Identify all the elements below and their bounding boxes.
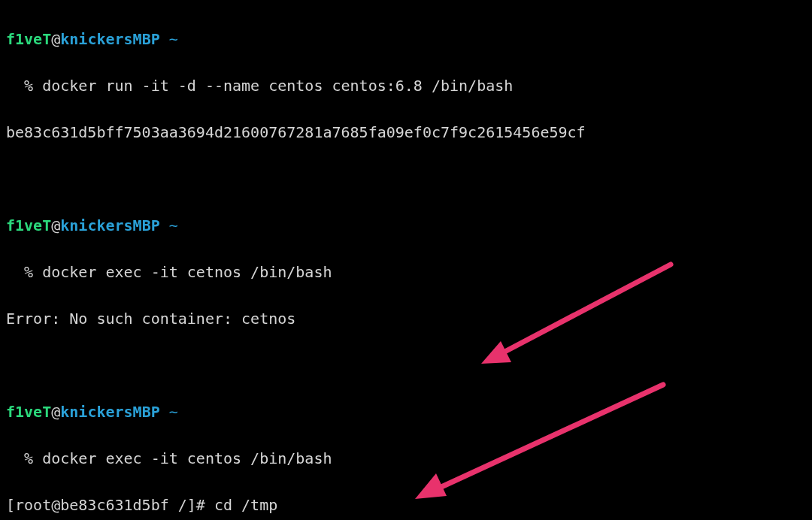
root-prompt-cd: [root@be83c631d5bf /]# cd /tmp	[6, 494, 809, 517]
prompt-percent: %	[6, 263, 42, 281]
prompt-path: ~	[160, 403, 178, 421]
prompt-user: f1veT	[6, 30, 51, 48]
terminal[interactable]: f1veT@knickersMBP ~ % docker run -it -d …	[0, 0, 812, 520]
prompt-at: @	[51, 216, 60, 234]
prompt-percent: %	[6, 77, 42, 95]
command-text: docker exec -it centos /bin/bash	[42, 449, 332, 467]
prompt-user: f1veT	[6, 216, 51, 234]
command-text: docker exec -it cetnos /bin/bash	[42, 263, 332, 281]
prompt-at: @	[51, 30, 60, 48]
output-container-id: be83c631d5bff7503aa3694d21600767281a7685…	[6, 121, 809, 144]
blank-line	[6, 354, 809, 377]
prompt-user: f1veT	[6, 403, 51, 421]
prompt-host: knickersMBP	[60, 216, 159, 234]
prompt-host: knickersMBP	[60, 403, 159, 421]
prompt-line-1: f1veT@knickersMBP ~	[6, 28, 809, 51]
prompt-host: knickersMBP	[60, 30, 159, 48]
prompt-path: ~	[160, 216, 178, 234]
command-line-3: % docker exec -it centos /bin/bash	[6, 447, 809, 470]
prompt-percent: %	[6, 449, 42, 467]
prompt-at: @	[51, 403, 60, 421]
command-line-2: % docker exec -it cetnos /bin/bash	[6, 261, 809, 284]
prompt-path: ~	[160, 30, 178, 48]
command-line-1: % docker run -it -d --name centos centos…	[6, 74, 809, 98]
prompt-line-2: f1veT@knickersMBP ~	[6, 214, 809, 237]
prompt-line-3: f1veT@knickersMBP ~	[6, 401, 809, 424]
output-error: Error: No such container: cetnos	[6, 307, 809, 331]
blank-line	[6, 168, 809, 191]
command-text: docker run -it -d --name centos centos:6…	[42, 77, 513, 95]
